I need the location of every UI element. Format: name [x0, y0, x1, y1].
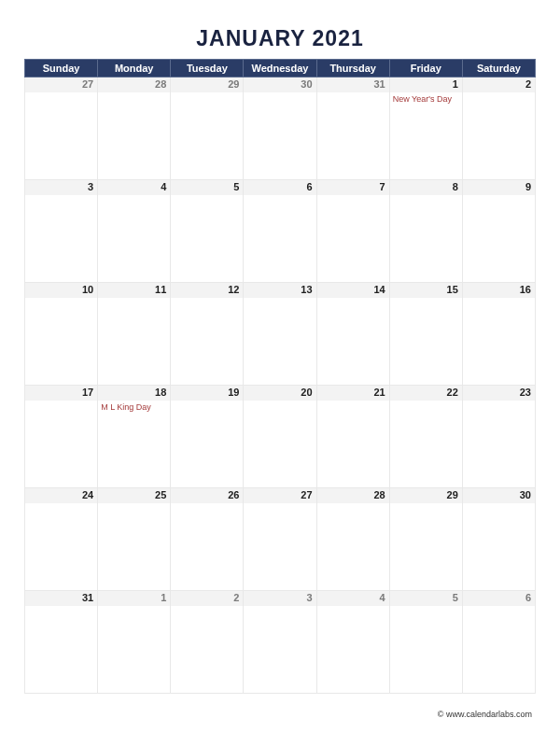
calendar-cell: 24 [25, 488, 98, 591]
day-number: 4 [161, 181, 166, 192]
day-number: 24 [82, 489, 93, 500]
day-number: 22 [447, 387, 458, 398]
calendar-cell: 16 [462, 283, 535, 386]
day-number: 30 [301, 78, 312, 90]
daynum-band [390, 591, 462, 606]
day-number: 6 [525, 592, 531, 603]
daynum-band [171, 591, 243, 606]
daynum-band [463, 180, 535, 195]
daynum-band [171, 180, 243, 195]
day-number: 13 [301, 284, 312, 295]
day-number: 29 [228, 78, 239, 90]
calendar-cell: 11 [98, 283, 171, 386]
day-number: 5 [453, 592, 458, 603]
calendar-cell: 2 [171, 591, 244, 694]
day-number: 2 [233, 592, 239, 603]
day-number: 26 [228, 489, 239, 500]
day-number: 8 [453, 181, 458, 192]
daynum-band [317, 591, 389, 606]
calendar-week: 24252627282930 [25, 488, 536, 591]
day-number: 14 [373, 284, 385, 295]
calendar-week: 27282930311New Year's Day2 [25, 77, 536, 180]
day-number: 11 [155, 284, 166, 295]
calendar-cell: 5 [171, 180, 244, 283]
calendar-cell: 12 [171, 283, 244, 386]
day-number: 25 [155, 489, 166, 500]
day-number: 31 [82, 592, 93, 603]
month-title: JANUARY 2021 [24, 26, 536, 51]
calendar-cell: 3 [25, 180, 98, 283]
calendar-cell: 5 [389, 591, 462, 694]
calendar-cell: 25 [98, 488, 171, 591]
calendar-cell: 28 [98, 77, 171, 180]
calendar-cell: 2 [462, 77, 535, 180]
calendar-cell: 10 [25, 283, 98, 386]
day-header: Saturday [462, 60, 535, 77]
day-number: 31 [373, 78, 385, 90]
daynum-band [25, 180, 97, 195]
day-number: 19 [228, 387, 239, 398]
calendar-cell: 14 [316, 283, 389, 386]
day-number: 15 [447, 284, 458, 295]
day-header: Monday [98, 60, 171, 77]
day-number: 2 [525, 78, 531, 90]
day-number: 10 [82, 284, 93, 295]
day-header: Wednesday [244, 60, 316, 77]
day-number: 4 [380, 592, 385, 603]
calendar-cell: 26 [171, 488, 244, 591]
daynum-band [244, 180, 315, 195]
calendar-cell: 15 [389, 283, 462, 386]
daynum-band [98, 180, 170, 195]
daynum-band [244, 591, 315, 606]
day-header: Thursday [316, 60, 389, 77]
calendar-cell: 19 [171, 386, 244, 488]
calendar-cell: 1 [98, 591, 171, 694]
calendar-week: 1718M L King Day1920212223 [25, 386, 536, 488]
day-header: Friday [389, 60, 462, 77]
day-number: 28 [373, 489, 385, 500]
daynum-band [463, 77, 535, 92]
calendar-cell: 31 [316, 77, 389, 180]
calendar-cell: 21 [316, 386, 389, 488]
day-number: 27 [301, 489, 312, 500]
calendar-cell: 28 [316, 488, 389, 591]
day-number: 17 [82, 387, 93, 398]
calendar-cell: 22 [389, 386, 462, 488]
day-number: 28 [155, 78, 166, 90]
calendar-cell: 4 [98, 180, 171, 283]
footer-credit: © www.calendarlabs.com [438, 710, 532, 719]
calendar-cell: 20 [244, 386, 316, 488]
day-number: 7 [380, 181, 385, 192]
day-number: 12 [228, 284, 239, 295]
calendar-cell: 29 [171, 77, 244, 180]
day-number: 23 [520, 387, 531, 398]
day-number: 16 [520, 284, 531, 295]
day-number: 9 [525, 181, 531, 192]
day-number: 3 [306, 592, 312, 603]
calendar-cell: 8 [389, 180, 462, 283]
daynum-band [98, 591, 170, 606]
calendar-cell: 27 [244, 488, 316, 591]
calendar-cell: 17 [25, 386, 98, 488]
daynum-band [317, 180, 389, 195]
calendar-grid: SundayMondayTuesdayWednesdayThursdayFrid… [24, 59, 536, 694]
day-number: 1 [453, 78, 458, 90]
calendar-cell: 27 [25, 77, 98, 180]
calendar-cell: 31 [25, 591, 98, 694]
calendar-cell: 3 [244, 591, 316, 694]
day-number: 29 [447, 489, 458, 500]
calendar-event: M L King Day [101, 402, 167, 412]
calendar-sheet: JANUARY 2021 SundayMondayTuesdayWednesda… [0, 0, 560, 732]
day-number: 21 [373, 387, 385, 398]
day-number: 27 [82, 78, 93, 90]
day-number: 6 [306, 181, 312, 192]
calendar-event: New Year's Day [393, 94, 459, 104]
calendar-cell: 29 [389, 488, 462, 591]
day-number: 20 [301, 387, 312, 398]
calendar-cell: 30 [462, 488, 535, 591]
calendar-cell: 23 [462, 386, 535, 488]
calendar-cell: 6 [244, 180, 316, 283]
daynum-band [390, 180, 462, 195]
day-number: 1 [161, 592, 166, 603]
day-number: 30 [520, 489, 531, 500]
